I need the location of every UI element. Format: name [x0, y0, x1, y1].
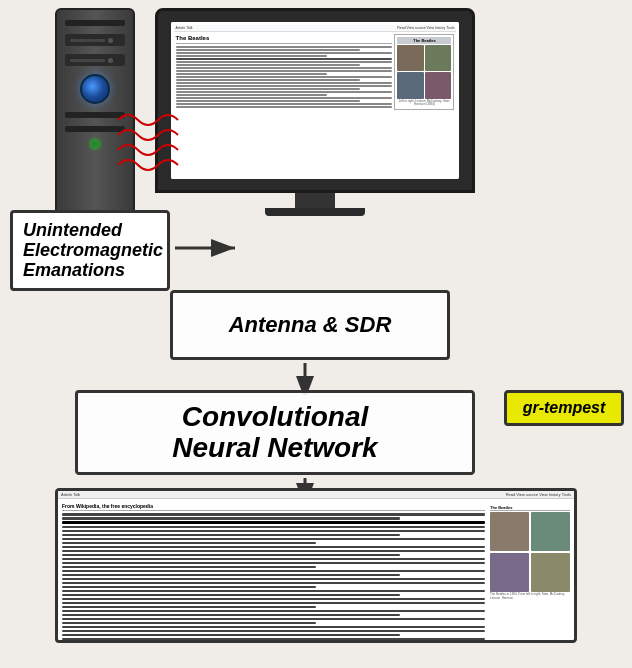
wiki-screen-content: Article Talk Read View source View histo… — [171, 22, 460, 180]
beatles-photo-2 — [425, 45, 452, 72]
wiki-line — [176, 73, 328, 75]
wiki-line — [176, 97, 393, 99]
bwt — [62, 530, 485, 533]
monitor-body: Article Talk Read View source View histo… — [155, 8, 475, 193]
wiki-line — [176, 58, 393, 60]
bwt — [62, 602, 485, 605]
bwt — [62, 622, 316, 625]
wiki-toolbar-right: Read View source View history Tools — [397, 26, 454, 30]
wiki-line — [176, 106, 393, 108]
wiki-line — [176, 49, 360, 51]
bwt — [62, 566, 316, 569]
bwt — [62, 570, 485, 573]
bwt — [62, 574, 400, 577]
bottom-caption: The Beatles in 1964. From left to right:… — [490, 593, 570, 600]
emanations-label-text: Unintended Electromagnetic Emanations — [23, 221, 157, 280]
bottom-photo-2 — [531, 512, 570, 551]
bottom-photo-grid — [490, 512, 570, 592]
drive-slot — [70, 39, 105, 42]
beatles-photo-1 — [397, 45, 424, 72]
monitor-screen: Article Talk Read View source View histo… — [171, 22, 460, 180]
bwt — [62, 594, 400, 597]
emanations-label-box: Unintended Electromagnetic Emanations — [10, 210, 170, 291]
bwt — [62, 517, 400, 520]
bwt — [62, 626, 485, 629]
bwt — [62, 562, 485, 565]
wiki-line — [176, 94, 328, 96]
bwt — [62, 546, 485, 549]
bwt — [62, 578, 485, 581]
tower-slot-1 — [65, 20, 125, 26]
wiki-line — [176, 76, 393, 78]
wiki-line — [176, 103, 393, 105]
beatles-box-title: The Beatles — [397, 37, 451, 44]
bottom-toolbar: Article Talk Read View source View histo… — [58, 491, 574, 499]
tower-drive-1 — [65, 34, 125, 46]
bwt — [62, 598, 485, 601]
bwt — [62, 534, 400, 537]
bwt — [62, 610, 485, 613]
wiki-line — [176, 82, 393, 84]
wiki-line — [176, 55, 328, 57]
bwt — [62, 513, 485, 516]
wiki-line — [176, 91, 393, 93]
bwt — [62, 550, 485, 553]
bottom-toolbar-right: Read View source View history Tools — [506, 492, 571, 497]
wiki-line — [176, 64, 360, 66]
wiki-line — [176, 100, 360, 102]
bwt — [62, 614, 400, 617]
beatles-infobox: The Beatles Left to right: Lennon, McCar… — [394, 34, 454, 110]
bottom-sidebar: The Beatles The Beatles in 1964. From le… — [490, 503, 570, 643]
tower-drive-2 — [65, 54, 125, 66]
bwt — [62, 586, 316, 589]
wiki-line — [176, 79, 360, 81]
bottom-screen-content: From Wikipedia, the free encyclopedia — [58, 499, 574, 643]
wiki-line — [176, 46, 393, 48]
wiki-article-title: The Beatles — [176, 34, 393, 44]
bwt — [62, 521, 485, 524]
grtempest-text: gr-tempest — [515, 399, 613, 417]
bwt — [62, 638, 485, 641]
grtempest-label-box: gr-tempest — [504, 390, 624, 426]
monitor-base — [265, 208, 365, 216]
bottom-toolbar-left: Article Talk — [61, 492, 80, 497]
bwt — [62, 526, 485, 529]
wiki-toolbar: Article Talk Read View source View histo… — [174, 25, 457, 32]
bottom-photo-3 — [490, 553, 529, 592]
drive-button-2 — [108, 58, 113, 63]
bottom-wiki-main: From Wikipedia, the free encyclopedia — [62, 503, 485, 643]
bwt — [62, 606, 316, 609]
bottom-photo-4 — [531, 553, 570, 592]
beatles-caption: Left to right: Lennon, McCartney, Starr,… — [397, 100, 451, 107]
wiki-body: The Beatles — [174, 32, 457, 174]
wiki-line — [176, 70, 393, 72]
bwt — [62, 590, 485, 593]
bwt — [62, 538, 485, 541]
wiki-line — [176, 85, 393, 87]
bottom-screen: Article Talk Read View source View histo… — [55, 488, 577, 643]
bwt — [62, 618, 485, 621]
bottom-monitor: Article Talk Read View source View histo… — [55, 488, 577, 663]
drive-button — [108, 38, 113, 43]
cnn-text: ConvolutionalNeural Network — [172, 402, 377, 464]
cnn-box: ConvolutionalNeural Network — [75, 390, 475, 475]
bwt — [62, 630, 485, 633]
wiki-line — [176, 61, 393, 63]
bwt — [62, 542, 316, 545]
drive-slot-2 — [70, 59, 105, 62]
wiki-sidebar: The Beatles Left to right: Lennon, McCar… — [394, 34, 454, 172]
bottom-photo-1 — [490, 512, 529, 551]
wiki-main-text: The Beatles — [176, 34, 393, 172]
bwt — [62, 554, 400, 557]
bwt — [62, 634, 400, 637]
bottom-sidebar-title: The Beatles — [490, 505, 570, 511]
wiki-line — [176, 88, 360, 90]
tower-light-circle — [80, 74, 110, 104]
wiki-line — [176, 67, 393, 69]
bottom-title: From Wikipedia, the free encyclopedia — [62, 503, 485, 511]
beatles-photo-3 — [397, 72, 424, 99]
main-container: Article Talk Read View source View histo… — [0, 0, 632, 668]
antenna-sdr-box: Antenna & SDR — [170, 290, 450, 360]
beatles-photo-4 — [425, 72, 452, 99]
arrow-emanations-to-antenna — [170, 228, 250, 268]
